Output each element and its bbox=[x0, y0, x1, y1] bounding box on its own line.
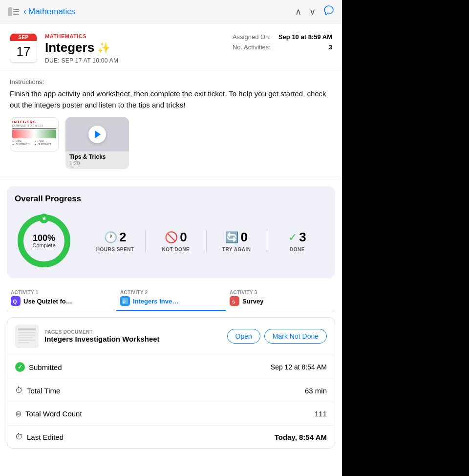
sidebar-icon[interactable] bbox=[8, 6, 20, 18]
stats-grid: 🕐 2 HOURS SPENT 🚫 0 NOT DONE 🔄 0 bbox=[85, 230, 327, 252]
activity-doc-info: PAGES DOCUMENT Integers Investigation Wo… bbox=[44, 329, 221, 343]
instructions-section: Instructions: Finish the app activity an… bbox=[0, 70, 342, 179]
try-again-value: 0 bbox=[240, 230, 247, 245]
activities-tabs: ACTIVITY 1 Q Use Quizlet for... ACTIVITY… bbox=[7, 285, 335, 311]
stat-top: 🚫 0 bbox=[165, 230, 187, 245]
donut-percent: 100% bbox=[32, 234, 55, 242]
assignment-title-text: Integers bbox=[45, 40, 94, 55]
header-actions: ∧ ∨ bbox=[295, 5, 334, 18]
not-done-icon: 🚫 bbox=[165, 231, 178, 244]
svg-text:P: P bbox=[123, 300, 126, 304]
mark-not-done-button[interactable]: Mark Not Done bbox=[264, 329, 327, 344]
activity-1-number: ACTIVITY 1 bbox=[11, 290, 39, 295]
try-again-label: TRY AGAIN bbox=[222, 247, 251, 252]
word-count-label: Total Word Count bbox=[25, 410, 82, 418]
activity-3-name: Survey bbox=[242, 298, 263, 305]
video-title: Tips & Tricks bbox=[69, 153, 125, 160]
svg-rect-15 bbox=[18, 335, 36, 336]
assignment-info: MATHEMATICS Integers ✨ DUE: SEP 17 AT 10… bbox=[45, 33, 225, 64]
done-checkmark-icon: ✓ bbox=[288, 231, 297, 244]
not-done-value: 0 bbox=[180, 230, 187, 245]
svg-rect-13 bbox=[18, 328, 36, 330]
activities-section: ACTIVITY 1 Q Use Quizlet for... ACTIVITY… bbox=[0, 285, 342, 454]
activity-content-card: PAGES DOCUMENT Integers Investigation Wo… bbox=[7, 317, 335, 449]
calendar-day: 17 bbox=[10, 41, 37, 62]
hours-label: HOURS SPENT bbox=[96, 247, 134, 252]
submitted-text: Submitted bbox=[29, 363, 62, 371]
submitted-left: ✓ Submitted bbox=[15, 362, 62, 372]
calendar-month: SEP bbox=[10, 34, 37, 41]
done-label: DONE bbox=[290, 247, 305, 252]
stat-top: 🕐 2 bbox=[104, 230, 126, 245]
assigned-on-row: Assigned On: Sep 10 at 8:59 AM bbox=[233, 33, 332, 41]
stat-top: 🔄 0 bbox=[225, 230, 247, 245]
activities-row: No. Activities: 3 bbox=[233, 43, 332, 51]
assignment-title: Integers ✨ bbox=[45, 40, 225, 55]
svg-text:Q: Q bbox=[13, 299, 17, 304]
svg-rect-18 bbox=[18, 342, 29, 343]
subject-label: MATHEMATICS bbox=[45, 33, 225, 39]
thumbnail-inner bbox=[15, 325, 39, 348]
hours-spent-stat: 🕐 2 HOURS SPENT bbox=[85, 230, 146, 252]
instructions-text: Finish the app activity and worksheet, t… bbox=[10, 88, 332, 110]
play-button[interactable] bbox=[88, 126, 106, 143]
activity-3-icon: S bbox=[230, 296, 239, 306]
last-edited-value: Today, 8:54 AM bbox=[275, 433, 327, 441]
detail-left: ⏱ Total Time bbox=[15, 386, 60, 395]
svg-text:★: ★ bbox=[42, 215, 47, 222]
total-time-value: 63 min bbox=[305, 387, 327, 395]
header-left: ‹ Mathematics bbox=[8, 6, 75, 18]
activity-tab-1[interactable]: ACTIVITY 1 Q Use Quizlet for... bbox=[7, 285, 116, 311]
activities-value: 3 bbox=[329, 43, 332, 51]
chevron-up-icon[interactable]: ∧ bbox=[295, 6, 301, 17]
word-count-icon: ⊜ bbox=[15, 409, 21, 418]
progress-content: ★ 100% Complete 🕐 2 HOURS SPENT bbox=[15, 212, 327, 270]
total-time-label: Total Time bbox=[27, 387, 60, 395]
app-header: ‹ Mathematics ∧ ∨ bbox=[0, 0, 342, 23]
total-time-row: ⏱ Total Time 63 min bbox=[7, 379, 335, 402]
detail-left: ⊜ Total Word Count bbox=[15, 409, 82, 418]
done-value: 3 bbox=[299, 230, 306, 245]
chevron-down-icon[interactable]: ∨ bbox=[309, 6, 316, 17]
right-panel bbox=[342, 0, 469, 476]
back-chevron-icon: ‹ bbox=[23, 6, 26, 17]
video-thumbnail bbox=[65, 117, 129, 151]
donut-label: Complete bbox=[32, 242, 55, 248]
tips-tricks-video[interactable]: Tips & Tricks 1:20 bbox=[65, 117, 129, 169]
submitted-date: Sep 12 at 8:54 AM bbox=[271, 363, 327, 371]
activity-tab-2[interactable]: ACTIVITY 2 P Integers Investi... bbox=[116, 285, 226, 311]
integers-poster[interactable]: INTEGERS EXAMPLES: -3 -2 -1 0 1 2 3 ● + … bbox=[10, 117, 59, 151]
activity-2-name: Integers Investi... bbox=[133, 298, 182, 305]
open-button[interactable]: Open bbox=[227, 329, 260, 344]
done-stat: ✓ 3 DONE bbox=[267, 230, 327, 252]
video-duration: 1:20 bbox=[69, 160, 125, 166]
clock-icon: 🕐 bbox=[104, 231, 117, 244]
last-edited-label: Last Edited bbox=[27, 433, 64, 441]
section-divider bbox=[0, 179, 342, 179]
attachments: INTEGERS EXAMPLES: -3 -2 -1 0 1 2 3 ● + … bbox=[10, 117, 332, 171]
last-edited-row: ⏱ Last Edited Today, 8:54 AM bbox=[7, 426, 335, 448]
activity-tab-row: S Survey bbox=[230, 296, 263, 306]
doc-name: Integers Investigation Worksheet bbox=[44, 335, 221, 343]
svg-rect-2 bbox=[13, 11, 19, 12]
stat-top: ✓ 3 bbox=[288, 230, 306, 245]
svg-rect-14 bbox=[18, 332, 36, 333]
detail-left: ⏱ Last Edited bbox=[15, 433, 64, 441]
activity-tab-row: Q Use Quizlet for... bbox=[11, 296, 72, 306]
svg-rect-3 bbox=[13, 14, 19, 15]
activity-2-icon: P bbox=[120, 296, 130, 306]
activity-tab-row: P Integers Investi... bbox=[120, 296, 182, 306]
comment-icon[interactable] bbox=[323, 5, 334, 18]
back-label: Mathematics bbox=[28, 7, 75, 17]
video-info: Tips & Tricks 1:20 bbox=[65, 151, 129, 169]
activity-tab-3[interactable]: ACTIVITY 3 S Survey bbox=[226, 285, 335, 311]
activities-label: No. Activities: bbox=[233, 43, 271, 51]
due-date: DUE: SEP 17 AT 10:00 AM bbox=[45, 57, 225, 64]
poster-title: INTEGERS bbox=[12, 120, 56, 124]
assignment-card: SEP 17 MATHEMATICS Integers ✨ DUE: SEP 1… bbox=[0, 23, 342, 70]
doc-type: PAGES DOCUMENT bbox=[44, 329, 221, 335]
last-edited-icon: ⏱ bbox=[15, 433, 23, 441]
back-button[interactable]: ‹ Mathematics bbox=[23, 6, 75, 17]
activity-1-name: Use Quizlet for... bbox=[23, 298, 72, 305]
instructions-label: Instructions: bbox=[10, 78, 332, 86]
